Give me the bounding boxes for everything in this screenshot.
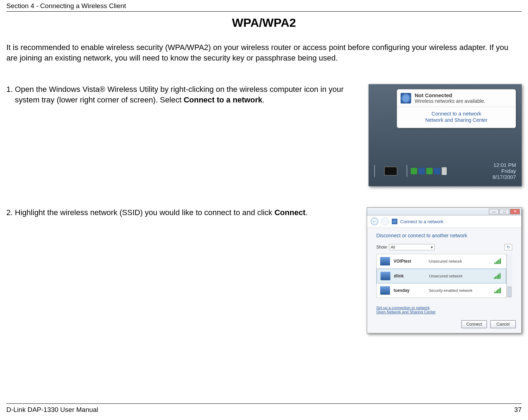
tray-icons <box>411 167 447 175</box>
step-1-bold: Connect to a network <box>184 95 263 104</box>
network-row[interactable]: tuesday Security-enabled network <box>377 283 506 297</box>
close-button[interactable]: ✕ <box>510 209 520 214</box>
step-number: 2. <box>6 207 13 218</box>
step-number: 1. <box>6 84 13 105</box>
show-dropdown[interactable]: All ▾ <box>389 244 435 250</box>
ssid: dlink <box>394 274 426 278</box>
window-titlebar: — □ ✕ <box>367 208 521 215</box>
network-status: Security-enabled network <box>429 288 491 293</box>
tray-group <box>378 167 403 176</box>
network-status: Unsecured network <box>429 259 491 263</box>
tray-separator <box>374 165 375 177</box>
balloon-header: Not Connected Wireless networks are avai… <box>397 89 516 107</box>
network-balloon: Not Connected Wireless networks are avai… <box>397 89 516 128</box>
scrollbar-thumb[interactable] <box>508 287 511 297</box>
forward-button: → <box>381 218 389 225</box>
connect-button[interactable]: Connect <box>461 320 487 328</box>
connect-network-dialog: — □ ✕ ← → Connect to a network Disconnec… <box>367 207 522 333</box>
open-nasc-link[interactable]: Open Network and Sharing Center <box>376 310 512 314</box>
tray-icon[interactable] <box>426 168 433 174</box>
page-title: WPA/WPA2 <box>6 16 522 30</box>
intro-paragraph: It is recommended to enable wireless sec… <box>6 42 522 63</box>
back-button[interactable]: ← <box>371 218 378 225</box>
scrollbar[interactable] <box>507 254 512 298</box>
tray-icon[interactable] <box>442 167 447 175</box>
ssid: VOIPtest <box>394 259 425 264</box>
step-2-pre: Highlight the wireless network (SSID) yo… <box>15 208 274 217</box>
footer-left: D-Link DAP-1330 User Manual <box>6 406 98 414</box>
tray-icon[interactable] <box>411 168 417 174</box>
chevron-down-icon: ▾ <box>431 245 433 250</box>
dialog-buttons: Connect Cancel <box>367 317 521 333</box>
minimize-button[interactable]: — <box>489 209 499 214</box>
balloon-title: Not Connected <box>415 92 485 98</box>
tray-icon[interactable] <box>419 168 425 174</box>
signal-icon <box>494 273 502 279</box>
screenshot-1: Not Connected Wireless networks are avai… <box>369 84 522 186</box>
system-tray: 12:01 PM Friday 8/17/2007 <box>374 162 516 180</box>
maximize-button[interactable]: □ <box>499 209 509 214</box>
step-body: Open the Windows Vista® Wireless Utility… <box>15 84 351 105</box>
step-body: Highlight the wireless network (SSID) yo… <box>15 207 349 218</box>
page-footer: D-Link DAP-1330 User Manual 37 <box>6 403 522 414</box>
dialog-heading: Disconnect or connect to another network <box>376 233 512 238</box>
ssid: tuesday <box>394 288 425 293</box>
signal-icon <box>494 258 503 264</box>
setup-connection-link[interactable]: Set up a connection or network <box>376 306 512 310</box>
step-2-row: 2. Highlight the wireless network (SSID)… <box>6 207 522 333</box>
network-row[interactable]: VOIPtest Unsecured network <box>377 254 506 269</box>
tray-clock: 12:01 PM Friday 8/17/2007 <box>492 162 516 180</box>
vista-tray-popup: Not Connected Wireless networks are avai… <box>369 84 522 186</box>
dialog-title: Connect to a network <box>400 219 444 224</box>
header-rule <box>6 11 522 12</box>
network-sharing-center-link[interactable]: Network and Sharing Center <box>425 117 488 123</box>
connect-to-network-link[interactable]: Connect to a network <box>432 111 482 117</box>
page-number: 37 <box>514 406 522 414</box>
dialog-links: Set up a connection or network Open Netw… <box>376 306 512 314</box>
tray-icon[interactable] <box>434 168 440 174</box>
step-1-post: . <box>262 95 264 104</box>
balloon-message: Wireless networks are available. <box>415 98 485 104</box>
network-icon <box>380 257 390 265</box>
screenshot-2: — □ ✕ ← → Connect to a network Disconnec… <box>367 207 522 333</box>
tray-separator <box>407 165 407 177</box>
step-2-bold: Connect <box>275 208 306 217</box>
section-header: Section 4 - Connecting a Wireless Client <box>6 0 522 11</box>
step-2-text: 2. Highlight the wireless network (SSID)… <box>6 207 349 218</box>
dialog-body: Disconnect or connect to another network… <box>367 228 521 317</box>
network-icon <box>381 272 390 280</box>
wifi-icon <box>401 93 411 104</box>
step-2-post: . <box>306 208 308 217</box>
step-1-row: 1. Open the Windows Vista® Wireless Util… <box>6 84 522 186</box>
cancel-button[interactable]: Cancel <box>490 320 516 328</box>
show-label: Show <box>376 245 387 250</box>
desktop-icon <box>384 167 397 176</box>
clock-time: 12:01 PM <box>492 162 516 168</box>
network-row-selected[interactable]: dlink Unsecured network <box>377 269 506 283</box>
signal-icon <box>494 288 503 293</box>
network-status: Unsecured network <box>429 274 490 278</box>
network-list: VOIPtest Unsecured network dlink Unsecur… <box>376 254 507 298</box>
nav-row: ← → Connect to a network <box>367 215 521 228</box>
clock-day: Friday <box>492 168 516 174</box>
network-icon <box>392 219 397 224</box>
clock-date: 8/17/2007 <box>492 174 516 180</box>
network-icon <box>380 286 390 295</box>
show-row: Show All ▾ ↻ <box>376 244 512 250</box>
refresh-button[interactable]: ↻ <box>504 244 512 250</box>
step-1-text: 1. Open the Windows Vista® Wireless Util… <box>6 84 351 105</box>
show-value: All <box>391 245 395 249</box>
network-list-area: VOIPtest Unsecured network dlink Unsecur… <box>376 254 512 298</box>
step-1-pre: Open the Windows Vista® Wireless Utility… <box>15 85 344 104</box>
balloon-body: Connect to a network Network and Sharing… <box>397 107 516 128</box>
